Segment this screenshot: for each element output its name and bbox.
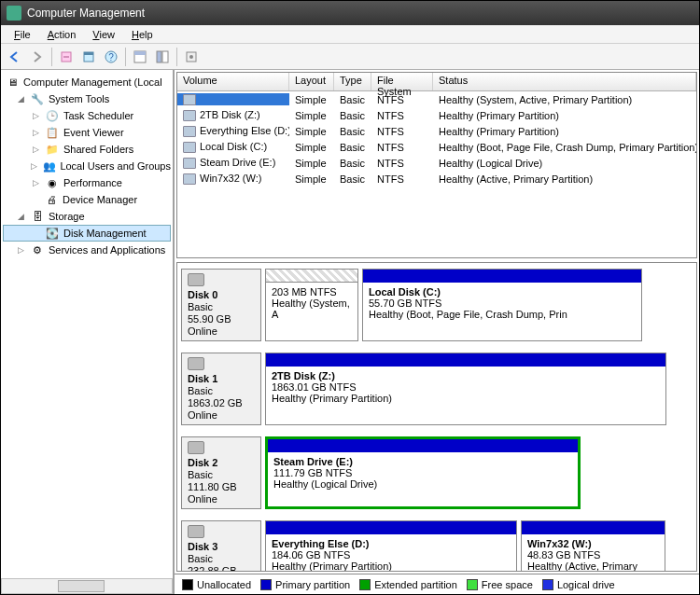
volume-row[interactable]: SimpleBasicNTFSHealthy (System, Active, … <box>177 91 696 107</box>
col-type[interactable]: Type <box>334 73 371 90</box>
tree-panel: 🖥 Computer Management (Local ◢ 🔧 System … <box>1 70 175 594</box>
legend-logical: Logical drive <box>542 579 615 590</box>
volume-row[interactable]: 2TB Disk (Z:)SimpleBasicNTFSHealthy (Pri… <box>177 107 696 123</box>
collapse-icon[interactable]: ◢ <box>16 212 26 221</box>
tree-label: Shared Folders <box>63 144 133 155</box>
users-icon: 👥 <box>43 159 57 173</box>
right-panel: Volume Layout Type File System Status Si… <box>175 70 699 594</box>
col-status[interactable]: Status <box>433 73 696 90</box>
partition[interactable]: 203 MB NTFSHealthy (System, A <box>265 269 358 341</box>
expand-icon[interactable]: ▷ <box>16 245 26 255</box>
disk-icon <box>188 357 204 370</box>
partition[interactable]: Steam Drive (E:)111.79 GB NTFSHealthy (L… <box>265 436 581 509</box>
partition[interactable]: Local Disk (C:)55.70 GB NTFSHealthy (Boo… <box>362 269 642 341</box>
view-button-1[interactable] <box>130 47 150 67</box>
col-layout[interactable]: Layout <box>289 73 334 90</box>
tree-label: Services and Applications <box>49 244 165 256</box>
expand-icon[interactable]: ▷ <box>31 111 41 120</box>
svg-rect-2 <box>84 52 93 55</box>
expand-icon[interactable]: ▷ <box>29 161 38 171</box>
expand-icon[interactable]: ▷ <box>31 178 41 187</box>
forward-button[interactable] <box>27 47 48 67</box>
tree-services[interactable]: ▷ ⚙ Services and Applications <box>3 242 171 258</box>
partition-bar <box>268 439 578 452</box>
view-button-2[interactable] <box>152 47 173 67</box>
tree-label: Storage <box>49 211 85 222</box>
clock-icon: 🕒 <box>45 108 60 123</box>
settings-button[interactable] <box>181 47 202 67</box>
legend: Unallocated Primary partition Extended p… <box>175 574 699 594</box>
tree-shared-folders[interactable]: ▷ 📁 Shared Folders <box>3 141 171 158</box>
properties-button[interactable] <box>78 47 99 67</box>
toolbar-separator <box>51 48 52 66</box>
legend-extended: Extended partition <box>359 579 457 590</box>
partition-bar <box>522 521 665 534</box>
tree-label: Disk Management <box>63 228 147 239</box>
volume-row[interactable]: Local Disk (C:)SimpleBasicNTFSHealthy (B… <box>177 139 696 155</box>
partition[interactable]: 2TB Disk (Z:)1863.01 GB NTFSHealthy (Pri… <box>265 353 666 425</box>
expand-icon[interactable]: ▷ <box>31 145 41 154</box>
tree-label: Event Viewer <box>63 127 124 138</box>
disk-icon: 💽 <box>45 226 60 241</box>
window-title: Computer Management <box>27 7 145 20</box>
volume-header: Volume Layout Type File System Status <box>177 73 696 91</box>
volume-icon <box>183 158 196 169</box>
app-icon <box>7 6 21 21</box>
collapse-icon[interactable]: ◢ <box>16 94 26 104</box>
tree-system-tools[interactable]: ◢ 🔧 System Tools <box>3 90 171 107</box>
tree-event-viewer[interactable]: ▷ 📋 Event Viewer <box>3 124 171 141</box>
volume-row[interactable]: Everything Else (D:)SimpleBasicNTFSHealt… <box>177 123 696 139</box>
svg-point-10 <box>189 55 193 59</box>
disk-graphical-view[interactable]: Disk 0Basic55.90 GBOnline203 MB NTFSHeal… <box>176 262 697 572</box>
disk-info: Disk 2Basic111.80 GBOnline <box>181 436 261 509</box>
partition[interactable]: Everything Else (D:)184.06 GB NTFSHealth… <box>265 520 517 572</box>
svg-text:?: ? <box>108 52 114 62</box>
disk-info: Disk 1Basic1863.02 GBOnline <box>181 353 261 425</box>
partition-bar <box>266 353 665 367</box>
tree-disk-management[interactable]: 💽 Disk Management <box>3 225 171 242</box>
tree-device-manager[interactable]: 🖨 Device Manager <box>3 191 171 208</box>
tree-performance[interactable]: ▷ ◉ Performance <box>3 174 171 191</box>
volume-list[interactable]: SimpleBasicNTFSHealthy (System, Active, … <box>177 91 696 257</box>
tree-task-scheduler[interactable]: ▷ 🕒 Task Scheduler <box>3 107 171 124</box>
menu-action[interactable]: Action <box>40 27 84 42</box>
help-button[interactable]: ? <box>101 47 121 67</box>
tree-storage[interactable]: ◢ 🗄 Storage <box>3 208 171 225</box>
services-icon: ⚙ <box>30 242 45 257</box>
disk-row[interactable]: Disk 0Basic55.90 GBOnline203 MB NTFSHeal… <box>181 269 693 341</box>
back-button[interactable] <box>5 47 25 67</box>
refresh-button[interactable] <box>56 47 77 67</box>
volume-icon <box>183 94 196 105</box>
volume-icon <box>183 173 196 185</box>
volume-icon <box>183 110 196 121</box>
computer-icon: 🖥 <box>5 75 20 90</box>
disk-row[interactable]: Disk 2Basic111.80 GBOnlineSteam Drive (E… <box>181 436 693 509</box>
menu-view[interactable]: View <box>85 27 122 42</box>
tree-scrollbar[interactable] <box>1 578 173 594</box>
volume-icon <box>183 126 196 137</box>
tree-label: Performance <box>63 177 122 188</box>
tree-label: Computer Management (Local <box>23 76 162 88</box>
toolbar-separator <box>125 48 126 66</box>
event-icon: 📋 <box>45 125 60 140</box>
tree-local-users[interactable]: ▷ 👥 Local Users and Groups <box>3 158 171 174</box>
disk-info: Disk 0Basic55.90 GBOnline <box>181 269 261 341</box>
volume-row[interactable]: Steam Drive (E:)SimpleBasicNTFSHealthy (… <box>177 155 696 171</box>
volume-table: Volume Layout Type File System Status Si… <box>176 72 697 258</box>
volume-row[interactable]: Win7x32 (W:)SimpleBasicNTFSHealthy (Acti… <box>177 171 696 187</box>
disk-row[interactable]: Disk 3Basic232.88 GBOnlineEverything Els… <box>181 520 693 572</box>
toolbar-separator <box>176 48 177 66</box>
svg-rect-6 <box>134 51 146 55</box>
partition[interactable]: Win7x32 (W:)48.83 GB NTFSHealthy (Active… <box>521 520 665 572</box>
menu-help[interactable]: Help <box>124 27 161 42</box>
tree-root[interactable]: 🖥 Computer Management (Local <box>3 74 171 90</box>
col-volume[interactable]: Volume <box>177 73 289 90</box>
content-area: 🖥 Computer Management (Local ◢ 🔧 System … <box>1 70 699 594</box>
col-filesystem[interactable]: File System <box>371 73 433 90</box>
expand-icon[interactable]: ▷ <box>31 128 41 137</box>
menu-file[interactable]: File <box>7 27 38 42</box>
disk-row[interactable]: Disk 1Basic1863.02 GBOnline2TB Disk (Z:)… <box>181 353 693 425</box>
performance-icon: ◉ <box>45 175 60 190</box>
svg-rect-8 <box>162 51 168 62</box>
storage-icon: 🗄 <box>30 209 45 224</box>
